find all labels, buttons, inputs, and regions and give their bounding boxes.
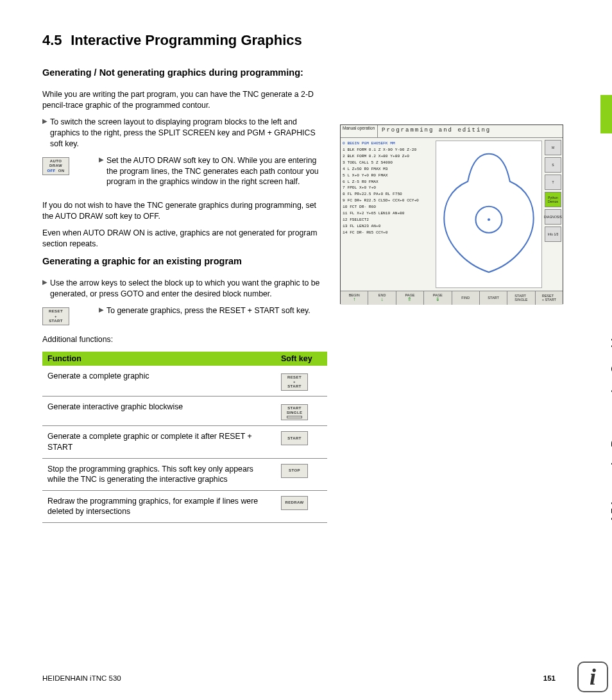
subheading-existing: Generating a graphic for an existing pro… (42, 255, 327, 268)
section-heading: 4.5 Interactive Programming Graphics (42, 32, 568, 49)
softkey-reset-start: RESET + START (42, 307, 69, 325)
footer-product: HEIDENHAIN iTNC 530 (42, 674, 121, 682)
svg-point-1 (488, 218, 490, 221)
fn-desc: Generate a complete graphic (42, 366, 276, 397)
softkey-stop-icon: STOP (281, 464, 308, 478)
softkey-reset-start-icon: RESET+START (281, 373, 308, 391)
fn-desc: Generate a complete graphic or complete … (42, 426, 276, 458)
paragraph-section-repeats: Even when AUTO DRAW ON is active, graphi… (42, 228, 327, 249)
bullet-auto-draw-on: ▶ Set the AUTO DRAW soft key to ON. Whil… (99, 155, 327, 187)
page-footer: HEIDENHAIN iTNC 530 151 (42, 674, 556, 682)
screen-title: Programming and editing (378, 125, 563, 137)
tnc-screenshot: Manual operation Programming and editing… (340, 124, 563, 304)
section-number: 4.5 (42, 32, 67, 49)
bullet-icon: ▶ (99, 305, 106, 316)
bullet-split-screen: ▶ To switch the screen layout to display… (42, 117, 327, 149)
softkey-redraw-icon: REDRAW (281, 496, 308, 510)
table-row: Redraw the programming graphics, for exa… (42, 490, 327, 522)
additional-functions-label: Additional functions: (42, 334, 327, 345)
side-label: 4.5 Interactive Programming Graphics (609, 326, 612, 523)
fn-desc: Redraw the programming graphics, for exa… (42, 490, 276, 522)
bullet-icon: ▶ (42, 117, 50, 149)
th-function: Function (42, 352, 276, 366)
mode-label: Manual operation (341, 125, 378, 137)
graphics-window (436, 141, 542, 288)
softkey-start-single-icon: STARTSINGLE (281, 404, 308, 420)
section-title: Interactive Programming Graphics (71, 32, 302, 48)
softkey-auto-draw: AUTO DRAW OFF ON (42, 157, 69, 175)
bullet-reset-start: ▶ To generate graphics, press the RESET … (99, 305, 327, 316)
subheading-generating: Generating / Not generating graphics dur… (42, 67, 327, 79)
bullet-icon: ▶ (99, 155, 106, 187)
bullet-text: To generate graphics, press the RESET + … (106, 305, 327, 316)
table-row: Generate interactive graphic blockwise S… (42, 397, 327, 426)
bullet-text: To switch the screen layout to displayin… (50, 117, 327, 149)
table-row: Generate a complete graphic or complete … (42, 426, 327, 458)
fn-desc: Stop the programming graphics. This soft… (42, 458, 276, 490)
program-listing: 0 BEGIN PGM EH05EFK MM1 BLK FORM 0.1 Z X… (341, 138, 436, 291)
bullet-icon: ▶ (42, 278, 50, 299)
th-softkey: Soft key (276, 352, 327, 366)
intro-paragraph: While you are writing the part program, … (42, 89, 327, 110)
page-number: 151 (543, 674, 556, 682)
page-side-tab: 4.5 Interactive Programming Graphics (588, 12, 612, 339)
green-tab (600, 95, 612, 133)
info-icon: i (577, 662, 608, 692)
paragraph-autodraw-off: If you do not wish to have the TNC gener… (42, 200, 327, 221)
bullet-text: Set the AUTO DRAW soft key to ON. While … (106, 155, 327, 187)
table-row: Generate a complete graphic RESET+START (42, 366, 327, 397)
bullet-arrow-keys: ▶ Use the arrow keys to select the block… (42, 278, 327, 299)
right-sidebar: MSTPython DemosDIAGNOSISInfo 1/3 (543, 138, 563, 291)
bullet-text: Use the arrow keys to select the block u… (50, 278, 327, 299)
functions-table: Function Soft key Generate a complete gr… (42, 352, 327, 524)
softkey-start-icon: START (281, 431, 308, 445)
softkey-row: BEGIN↑END↓PAGE⇑PAGE⇓FINDSTARTSTARTSINGLE… (341, 291, 563, 305)
table-row: Stop the programming graphics. This soft… (42, 458, 327, 490)
fn-desc: Generate interactive graphic blockwise (42, 397, 276, 426)
